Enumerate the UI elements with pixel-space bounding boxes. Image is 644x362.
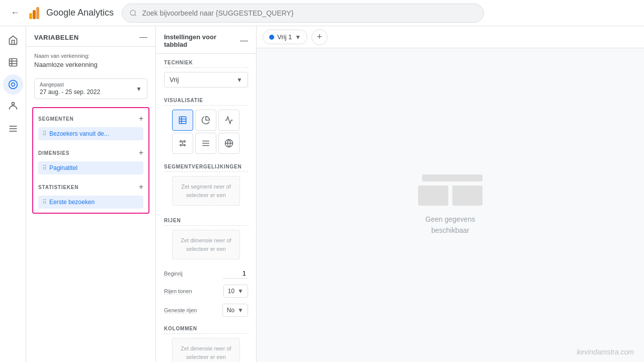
- drag-handle-icon: ⠿: [42, 164, 46, 171]
- nav-home[interactable]: [3, 30, 23, 50]
- content-body: Geen gegevens beschikbaar: [257, 48, 644, 362]
- beginrij-input[interactable]: [223, 268, 248, 279]
- svg-point-10: [11, 83, 15, 86]
- svg-rect-0: [29, 13, 32, 19]
- geneste-rijen-dropdown[interactable]: No ▼: [222, 304, 248, 317]
- skeleton-bar-3: [452, 186, 482, 206]
- no-data-line1: Geen gegevens: [426, 215, 475, 223]
- minimize-settings-button[interactable]: —: [240, 37, 248, 45]
- viz-line-button[interactable]: [218, 110, 239, 131]
- viz-scatter-button[interactable]: [172, 133, 193, 154]
- svg-point-22: [184, 144, 185, 146]
- minimize-variables-button[interactable]: —: [139, 33, 147, 41]
- search-bar[interactable]: [122, 4, 484, 23]
- dimension-chip[interactable]: ⠿ Paginatitel: [38, 161, 143, 174]
- tab-dot-icon: [269, 35, 274, 40]
- add-segment-button[interactable]: +: [139, 114, 143, 123]
- drag-handle-icon: ⠿: [42, 199, 46, 206]
- kolommen-drop-zone[interactable]: Zet dimensie neer of selecteer er een: [172, 338, 240, 362]
- back-button[interactable]: ←: [8, 6, 22, 20]
- add-statistic-button[interactable]: +: [139, 183, 143, 192]
- skeleton-placeholder: [418, 174, 482, 206]
- segment-chip[interactable]: ⠿ Bezoekers vanuit de...: [38, 127, 143, 140]
- kolommen-section: KOLOMMEN Zet dimensie neer of selecteer …: [156, 320, 256, 362]
- segment-chip-label: Bezoekers vanuit de...: [49, 130, 109, 137]
- techniek-title: TECHNIEK: [164, 60, 248, 68]
- rijen-tonen-value: 10: [228, 288, 234, 295]
- segmentvergelijkingen-section: SEGMENTVERGELIJKINGEN Zet segment neer o…: [156, 158, 256, 212]
- rijen-title: RIJEN: [164, 218, 248, 226]
- content-area: Vrij 1 ▼ + Geen gegevens beschikbaar: [257, 26, 644, 362]
- svg-rect-15: [179, 117, 186, 124]
- svg-point-21: [180, 141, 182, 142]
- chevron-down-icon: ▼: [237, 307, 244, 314]
- app-title: Google Analytics: [46, 8, 114, 18]
- techniek-value: Vrij: [170, 76, 179, 83]
- svg-point-3: [130, 10, 135, 15]
- svg-rect-5: [9, 59, 17, 66]
- visualisatie-section: VISUALISATIE: [156, 92, 256, 158]
- skeleton-bar-1: [422, 174, 482, 182]
- add-dimension-button[interactable]: +: [139, 148, 143, 157]
- techniek-dropdown[interactable]: Vrij ▼: [164, 72, 248, 87]
- nav-reports[interactable]: [3, 52, 23, 72]
- variables-panel: Variabelen — Naam van verkenning: Naamlo…: [26, 26, 156, 362]
- no-data-line2: beschikbaar: [431, 226, 469, 234]
- statistic-chip[interactable]: ⠿ Eerste bezoeken: [38, 196, 143, 209]
- search-input[interactable]: [142, 9, 476, 17]
- search-icon: [129, 9, 137, 17]
- chevron-down-icon: ▼: [295, 34, 301, 41]
- svg-point-9: [9, 80, 17, 89]
- rijen-tonen-dropdown[interactable]: 10 ▼: [223, 285, 248, 298]
- statistieken-title: STATISTIEKEN: [38, 185, 78, 190]
- date-range-selector[interactable]: Aangepast 27 aug. - 25 sep. 2022 ▼: [34, 78, 147, 99]
- variables-panel-header: Variabelen —: [26, 26, 155, 47]
- settings-panel-title: Instellingen voor tabblad: [164, 33, 240, 48]
- nav-data[interactable]: [3, 119, 23, 139]
- viz-geo-button[interactable]: [218, 133, 239, 154]
- segmenten-header: SEGMENTEN +: [33, 110, 148, 125]
- tab-bar: Vrij 1 ▼ +: [257, 26, 644, 48]
- dimensies-title: DIMENSIES: [38, 150, 69, 156]
- viz-table-button[interactable]: [172, 110, 193, 131]
- rijen-tonen-row: Rijen tonen 10 ▼: [156, 282, 256, 301]
- pink-sections-container: SEGMENTEN + ⠿ Bezoekers vanuit de... DIM…: [32, 107, 149, 214]
- chevron-down-icon: ▼: [136, 85, 142, 93]
- beginrij-label: Beginrij: [164, 270, 183, 277]
- chevron-down-icon: ▼: [236, 76, 243, 83]
- add-tab-button[interactable]: +: [311, 29, 328, 45]
- svg-line-4: [135, 14, 136, 16]
- svg-rect-2: [36, 7, 39, 19]
- settings-panel: Instellingen voor tabblad — TECHNIEK Vri…: [156, 26, 257, 362]
- no-data-message: Geen gegevens beschikbaar: [426, 214, 475, 236]
- nav-audience[interactable]: [3, 97, 23, 117]
- settings-panel-header: Instellingen voor tabblad —: [156, 26, 256, 54]
- tab-vrij1[interactable]: Vrij 1 ▼: [263, 30, 307, 44]
- dimension-chip-label: Paginatitel: [49, 164, 77, 171]
- statistieken-header: STATISTIEKEN +: [33, 178, 148, 194]
- drag-handle-icon: ⠿: [42, 130, 46, 137]
- nav-explore[interactable]: [3, 74, 23, 95]
- left-nav: [0, 26, 26, 362]
- techniek-section: TECHNIEK Vrij ▼: [156, 54, 256, 92]
- rijen-section: RIJEN Zet dimensie neer of selecteer er …: [156, 212, 256, 265]
- variables-panel-title: Variabelen: [34, 34, 79, 41]
- viz-pie-button[interactable]: [195, 110, 216, 131]
- google-analytics-logo: [27, 6, 41, 20]
- svg-point-20: [184, 141, 185, 142]
- rijen-tonen-label: Rijen tonen: [164, 288, 192, 295]
- rijen-drop-zone[interactable]: Zet dimensie neer of selecteer er een: [172, 230, 240, 259]
- tab-label: Vrij 1: [277, 33, 292, 41]
- visualization-grid: [164, 110, 248, 154]
- statistic-chip-label: Eerste bezoeken: [49, 199, 95, 206]
- geneste-rijen-label: Geneste rijen: [164, 307, 197, 314]
- exploration-label: Naam van verkenning:: [34, 53, 147, 59]
- kolommen-title: KOLOMMEN: [164, 326, 248, 334]
- exploration-name-section: Naam van verkenning: Naamloze verkenning: [26, 47, 155, 74]
- segmenten-title: SEGMENTEN: [38, 116, 74, 122]
- segment-drop-zone[interactable]: Zet segment neer of selecteer er een: [172, 176, 240, 206]
- svg-point-19: [180, 144, 182, 146]
- skeleton-bar-2: [418, 186, 448, 206]
- viz-bar-button[interactable]: [195, 133, 216, 154]
- visualisatie-title: VISUALISATIE: [164, 98, 248, 106]
